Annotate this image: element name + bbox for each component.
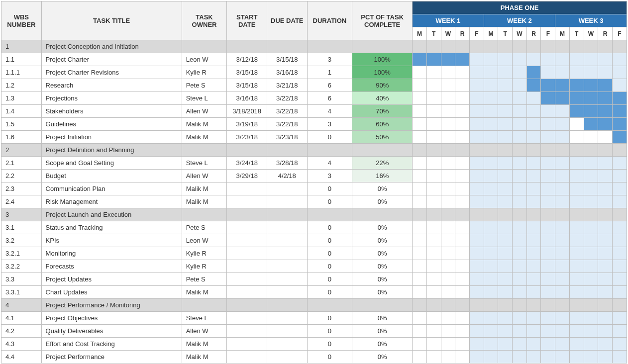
wbs-cell: 2.3 [1,182,42,195]
gantt-cell [426,157,441,170]
wbs-cell: 3.2.2 [1,260,42,273]
gantt-cell [426,144,441,157]
gantt-cell [441,208,455,221]
wbs-cell: 1.4 [1,105,42,118]
title-cell: Project Objectives [41,312,182,325]
gantt-cell [612,79,627,92]
start-cell [227,195,267,208]
gantt-cell [513,260,527,273]
gantt-cell [513,105,527,118]
gantt-cell [541,92,555,105]
gantt-cell [455,131,470,144]
title-cell: Quality Deliverables [41,325,182,338]
gantt-cell [584,312,598,325]
gantt-cell [526,325,541,338]
gantt-cell [555,338,570,351]
gantt-cell [484,286,498,299]
gantt-table: WBS NUMBER TASK TITLE TASK OWNER START D… [1,1,627,364]
gantt-cell [498,144,513,157]
owner-cell: Malik M [182,286,227,299]
owner-cell: Allen W [182,325,227,338]
gantt-cell [555,286,570,299]
gantt-cell [413,299,427,312]
gantt-cell [555,118,570,131]
gantt-cell [555,195,570,208]
due-cell [267,234,307,247]
gantt-cell [498,118,513,131]
gantt-cell [484,92,498,105]
gantt-cell [526,299,541,312]
wbs-cell: 3.3 [1,273,42,286]
start-cell [227,234,267,247]
gantt-cell [413,157,427,170]
gantt-cell [441,157,455,170]
day-header: R [526,27,541,40]
gantt-cell [513,53,527,66]
gantt-cell [584,325,598,338]
gantt-cell [555,131,570,144]
gantt-cell [484,53,498,66]
gantt-cell [555,273,570,286]
gantt-cell [441,170,455,182]
gantt-cell [598,40,613,53]
pct-cell: 0% [352,260,413,273]
day-header: T [498,27,513,40]
gantt-cell [598,247,613,260]
gantt-cell [569,195,584,208]
gantt-cell [426,79,441,92]
task-row: 1.1.1Project Charter RevisionsKylie R3/1… [1,66,627,79]
owner-cell: Leon W [182,234,227,247]
title-cell: Research [41,79,182,92]
owner-cell: Kylie R [182,66,227,79]
week-3: WEEK 3 [555,14,627,27]
gantt-cell [441,79,455,92]
wbs-cell: 1.5 [1,118,42,131]
gantt-cell [484,325,498,338]
gantt-cell [584,131,598,144]
gantt-cell [598,325,613,338]
pct-cell: 0% [352,273,413,286]
gantt-cell [484,273,498,286]
gantt-cell [484,118,498,131]
gantt-cell [541,79,555,92]
gantt-cell [584,53,598,66]
title-cell: Scope and Goal Setting [41,157,182,170]
due-cell [267,221,307,234]
gantt-cell [426,92,441,105]
gantt-cell [513,286,527,299]
gantt-cell [612,92,627,105]
title-cell: Guidelines [41,118,182,131]
gantt-cell [484,221,498,234]
start-cell: 3/23/18 [227,131,267,144]
gantt-cell [513,208,527,221]
gantt-cell [584,195,598,208]
gantt-cell [513,299,527,312]
gantt-cell [526,273,541,286]
gantt-cell [455,351,470,364]
start-cell [227,286,267,299]
day-header: W [441,27,455,40]
title-cell: Risk Management [41,195,182,208]
owner-cell [182,144,227,157]
duration-cell: 6 [307,92,352,105]
gantt-cell [584,66,598,79]
duration-cell: 0 [307,260,352,273]
gantt-cell [441,338,455,351]
gantt-cell [413,53,427,66]
gantt-cell [526,234,541,247]
gantt-cell [584,273,598,286]
duration-cell: 0 [307,247,352,260]
gantt-cell [584,40,598,53]
gantt-cell [426,195,441,208]
pct-cell: 60% [352,118,413,131]
start-cell [227,325,267,338]
owner-cell: Allen W [182,105,227,118]
gantt-cell [569,208,584,221]
wbs-cell: 1.1 [1,53,42,66]
gantt-cell [498,273,513,286]
start-cell [227,312,267,325]
gantt-cell [569,53,584,66]
gantt-cell [555,105,570,118]
day-header: W [584,27,598,40]
owner-cell: Leon W [182,53,227,66]
